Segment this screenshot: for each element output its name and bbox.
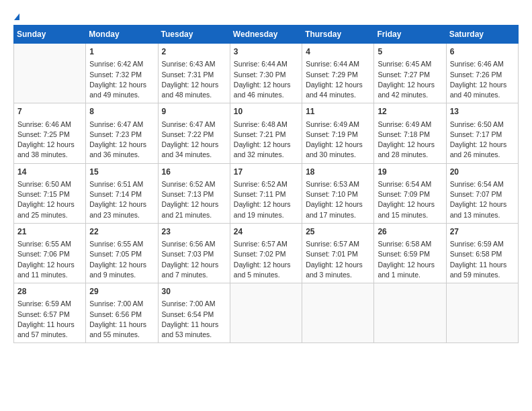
calendar-cell [14,44,86,103]
day-number: 20 [450,167,515,178]
sunset-text: Sunset: 7:18 PM [378,130,442,140]
day-number: 8 [89,106,154,118]
sunrise-text: Sunrise: 7:00 AM [162,299,226,309]
sunset-text: Sunset: 6:57 PM [17,310,82,320]
calendar-cell: 18Sunrise: 6:53 AMSunset: 7:10 PMDayligh… [302,163,374,223]
day-number: 3 [234,46,298,58]
day-number: 15 [89,167,154,178]
sunset-text: Sunset: 6:56 PM [89,310,154,320]
daylight-text: Daylight: 12 hours and 34 minutes. [162,140,226,160]
sunrise-text: Sunrise: 6:42 AM [89,59,154,69]
calendar-cell: 8Sunrise: 6:47 AMSunset: 7:23 PMDaylight… [86,103,158,163]
sunrise-text: Sunrise: 6:55 AM [89,239,154,249]
calendar-cell: 17Sunrise: 6:52 AMSunset: 7:11 PMDayligh… [230,163,302,223]
day-number: 6 [450,46,515,58]
calendar-cell: 12Sunrise: 6:49 AMSunset: 7:18 PMDayligh… [374,103,446,163]
calendar-table: SundayMondayTuesdayWednesdayThursdayFrid… [13,25,519,343]
day-number: 14 [17,167,82,178]
week-row-5: 28Sunrise: 6:59 AMSunset: 6:57 PMDayligh… [14,283,519,343]
sunrise-text: Sunrise: 6:49 AM [378,120,442,130]
daylight-text: Daylight: 12 hours and 26 minutes. [450,140,515,160]
calendar-cell: 2Sunrise: 6:43 AMSunset: 7:31 PMDaylight… [158,44,230,103]
sunrise-text: Sunrise: 6:57 AM [306,239,370,249]
sunrise-text: Sunrise: 6:51 AM [89,179,154,189]
sunset-text: Sunset: 7:23 PM [89,130,154,140]
calendar-cell: 9Sunrise: 6:47 AMSunset: 7:22 PMDaylight… [158,103,230,163]
logo-icon [14,13,19,20]
day-number: 24 [234,226,298,238]
column-header-sunday: Sunday [14,26,86,44]
calendar-cell: 6Sunrise: 6:46 AMSunset: 7:26 PMDaylight… [446,44,518,103]
sunset-text: Sunset: 7:02 PM [234,249,298,259]
calendar-cell: 28Sunrise: 6:59 AMSunset: 6:57 PMDayligh… [14,283,86,343]
sunrise-text: Sunrise: 6:53 AM [306,179,370,189]
daylight-text: Daylight: 12 hours and 1 minute. [378,260,442,280]
sunrise-text: Sunrise: 6:59 AM [450,239,515,249]
week-row-4: 21Sunrise: 6:55 AMSunset: 7:06 PMDayligh… [14,223,519,283]
sunset-text: Sunset: 6:58 PM [450,249,515,259]
calendar-cell: 19Sunrise: 6:54 AMSunset: 7:09 PMDayligh… [374,163,446,223]
daylight-text: Daylight: 12 hours and 48 minutes. [162,80,226,100]
calendar-cell: 3Sunrise: 6:44 AMSunset: 7:30 PMDaylight… [230,44,302,103]
sunrise-text: Sunrise: 6:58 AM [378,239,442,249]
sunrise-text: Sunrise: 6:44 AM [306,59,370,69]
daylight-text: Daylight: 12 hours and 9 minutes. [89,260,154,280]
calendar-cell: 30Sunrise: 7:00 AMSunset: 6:54 PMDayligh… [158,283,230,343]
sunrise-text: Sunrise: 6:49 AM [306,120,370,130]
sunset-text: Sunset: 7:05 PM [89,249,154,259]
day-number: 4 [306,46,370,58]
day-number: 17 [234,167,298,178]
sunrise-text: Sunrise: 6:50 AM [17,179,82,189]
sunrise-text: Sunrise: 6:52 AM [234,179,298,189]
sunset-text: Sunset: 7:27 PM [378,70,442,80]
sunrise-text: Sunrise: 6:57 AM [234,239,298,249]
column-header-friday: Friday [374,26,446,44]
daylight-text: Daylight: 12 hours and 13 minutes. [450,199,515,220]
daylight-text: Daylight: 12 hours and 32 minutes. [234,140,298,160]
sunset-text: Sunset: 6:59 PM [378,249,442,259]
day-number: 27 [450,226,515,238]
daylight-text: Daylight: 12 hours and 42 minutes. [378,80,442,100]
column-header-saturday: Saturday [446,26,518,44]
daylight-text: Daylight: 12 hours and 49 minutes. [89,80,154,100]
daylight-text: Daylight: 12 hours and 7 minutes. [162,260,226,280]
sunset-text: Sunset: 7:25 PM [17,130,82,140]
column-header-tuesday: Tuesday [158,26,230,44]
calendar-cell: 20Sunrise: 6:54 AMSunset: 7:07 PMDayligh… [446,163,518,223]
sunrise-text: Sunrise: 6:43 AM [162,59,226,69]
sunrise-text: Sunrise: 7:00 AM [89,299,154,309]
sunrise-text: Sunrise: 6:47 AM [162,120,226,130]
sunrise-text: Sunrise: 6:56 AM [162,239,226,249]
daylight-text: Daylight: 12 hours and 3 minutes. [306,260,370,280]
day-number: 5 [378,46,442,58]
day-number: 10 [234,106,298,118]
daylight-text: Daylight: 12 hours and 40 minutes. [450,80,515,100]
calendar-cell: 27Sunrise: 6:59 AMSunset: 6:58 PMDayligh… [446,223,518,283]
sunrise-text: Sunrise: 6:48 AM [234,120,298,130]
day-number: 19 [378,167,442,178]
calendar-cell [302,283,374,343]
daylight-text: Daylight: 12 hours and 11 minutes. [17,260,82,280]
sunrise-text: Sunrise: 6:52 AM [162,179,226,189]
sunrise-text: Sunrise: 6:54 AM [378,179,442,189]
daylight-text: Daylight: 12 hours and 25 minutes. [17,199,82,220]
calendar-cell: 5Sunrise: 6:45 AMSunset: 7:27 PMDaylight… [374,44,446,103]
week-row-3: 14Sunrise: 6:50 AMSunset: 7:15 PMDayligh… [14,163,519,223]
sunset-text: Sunset: 6:54 PM [162,310,226,320]
calendar-cell: 16Sunrise: 6:52 AMSunset: 7:13 PMDayligh… [158,163,230,223]
calendar-cell [374,283,446,343]
sunset-text: Sunset: 7:32 PM [89,70,154,80]
calendar-cell: 24Sunrise: 6:57 AMSunset: 7:02 PMDayligh… [230,223,302,283]
sunset-text: Sunset: 7:01 PM [306,249,370,259]
sunset-text: Sunset: 7:19 PM [306,130,370,140]
day-number: 22 [89,226,154,238]
sunrise-text: Sunrise: 6:46 AM [17,120,82,130]
sunset-text: Sunset: 7:09 PM [378,189,442,199]
sunset-text: Sunset: 7:07 PM [450,189,515,199]
calendar-cell: 29Sunrise: 7:00 AMSunset: 6:56 PMDayligh… [86,283,158,343]
sunrise-text: Sunrise: 6:47 AM [89,120,154,130]
daylight-text: Daylight: 12 hours and 19 minutes. [234,199,298,220]
sunset-text: Sunset: 7:03 PM [162,249,226,259]
day-number: 12 [378,106,442,118]
logo [13,13,19,18]
